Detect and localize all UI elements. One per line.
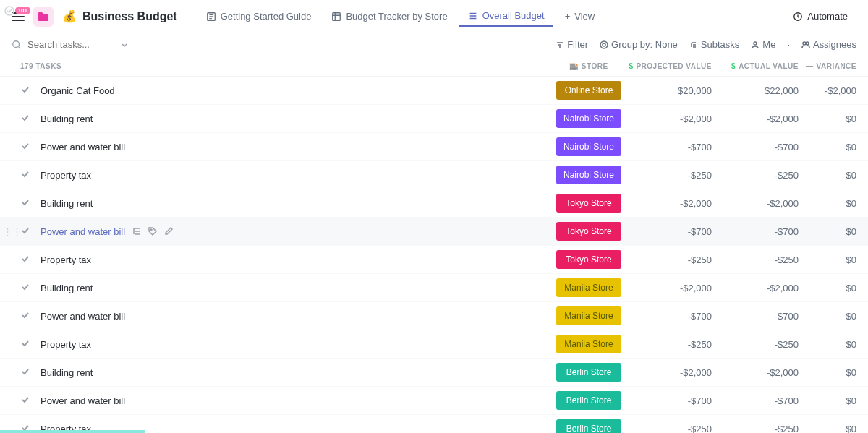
actual-value: -$700 xyxy=(712,395,799,406)
check-icon[interactable] xyxy=(20,282,35,294)
check-icon[interactable] xyxy=(20,141,35,153)
filter-button[interactable]: Filter xyxy=(556,39,588,50)
table-row[interactable]: Building rentBerlin Store-$2,000-$2,000$… xyxy=(0,359,868,387)
variance-value: $0 xyxy=(799,283,856,293)
subtasks-button[interactable]: Subtasks xyxy=(689,39,739,50)
check-icon[interactable] xyxy=(20,310,35,322)
table-row[interactable]: ⋮⋮Power and water billTokyo Store-$700-$… xyxy=(0,218,868,246)
projected-value: -$700 xyxy=(625,142,712,153)
table-row[interactable]: Building rentNairobi Store-$2,000-$2,000… xyxy=(0,105,868,133)
check-icon[interactable] xyxy=(20,395,35,407)
store-tag[interactable]: Nairobi Store xyxy=(556,137,621,156)
view-tabs: Getting Started Guide Budget Tracker by … xyxy=(197,6,603,27)
col-projected[interactable]: $PROJECTED VALUE xyxy=(625,62,712,70)
store-tag[interactable]: Manila Store xyxy=(556,306,621,325)
projected-value: -$700 xyxy=(625,395,712,406)
store-tag[interactable]: Berlin Store xyxy=(556,391,621,410)
table-row[interactable]: Power and water billNairobi Store-$700-$… xyxy=(0,133,868,161)
automate-button[interactable]: Automate xyxy=(784,7,856,26)
table-row[interactable]: Property taxManila Store-$250-$250$0 xyxy=(0,330,868,359)
variance-value: $0 xyxy=(799,367,856,378)
me-button[interactable]: Me xyxy=(751,39,775,50)
task-name[interactable]: Power and water bill xyxy=(35,226,553,237)
variance-value: $0 xyxy=(799,142,856,153)
task-name[interactable]: Property tax xyxy=(35,339,553,350)
check-icon[interactable] xyxy=(20,338,35,351)
store-tag[interactable]: Tokyo Store xyxy=(556,250,621,269)
task-name[interactable]: Organic Cat Food xyxy=(35,85,553,96)
table-row[interactable]: Power and water billManila Store-$700-$7… xyxy=(0,302,868,330)
task-name[interactable]: Power and water bill xyxy=(35,395,553,406)
task-name[interactable]: Power and water bill xyxy=(35,311,553,322)
chevron-down-icon[interactable] xyxy=(120,40,129,49)
task-name[interactable]: Building rent xyxy=(35,198,553,209)
variance-value: $0 xyxy=(799,395,856,406)
projected-value: $20,000 xyxy=(625,85,712,96)
col-variance[interactable]: —VARIANCE xyxy=(799,62,856,70)
tab-add-view[interactable]: + View xyxy=(556,7,604,26)
variance-value: $0 xyxy=(799,198,856,209)
group-icon xyxy=(600,40,608,49)
svg-point-6 xyxy=(754,42,757,45)
projected-value: -$700 xyxy=(625,226,712,237)
task-name[interactable]: Building rent xyxy=(35,283,553,293)
store-tag[interactable]: Tokyo Store xyxy=(556,194,621,213)
check-icon[interactable] xyxy=(20,254,35,266)
store-tag[interactable]: Berlin Store xyxy=(556,363,621,382)
col-store[interactable]: 🏬STORE xyxy=(553,62,625,70)
task-name[interactable]: Building rent xyxy=(35,113,553,124)
variance-value: $0 xyxy=(799,113,856,124)
actual-value: -$2,000 xyxy=(712,283,799,293)
svg-point-8 xyxy=(806,42,809,45)
actual-value: -$700 xyxy=(712,311,799,322)
filter-icon xyxy=(556,40,564,49)
table-row[interactable]: Property taxNairobi Store-$250-$250$0 xyxy=(0,161,868,189)
page-title: 💰 Business Budget xyxy=(62,9,177,23)
task-name[interactable]: Power and water bill xyxy=(35,142,553,153)
select-all-icon[interactable] xyxy=(4,6,14,16)
col-actual[interactable]: $ACTUAL VALUE xyxy=(712,62,799,70)
check-icon[interactable] xyxy=(20,366,35,379)
folder-icon[interactable] xyxy=(33,7,54,27)
edit-icon[interactable] xyxy=(163,226,174,237)
col-tasks[interactable]: 179 TASKS xyxy=(20,62,553,70)
task-name[interactable]: Property tax xyxy=(35,170,553,181)
check-icon[interactable] xyxy=(20,226,35,238)
store-tag[interactable]: Manila Store xyxy=(556,278,621,297)
table-row[interactable]: Property taxTokyo Store-$250-$250$0 xyxy=(0,246,868,274)
store-tag[interactable]: Nairobi Store xyxy=(556,166,621,184)
tab-getting-started[interactable]: Getting Started Guide xyxy=(197,7,320,26)
tab-budget-tracker[interactable]: Budget Tracker by Store xyxy=(323,7,456,26)
drag-handle-icon[interactable]: ⋮⋮ xyxy=(3,226,22,237)
projected-value: -$2,000 xyxy=(625,367,712,378)
subtask-icon[interactable] xyxy=(131,226,142,237)
projected-value: -$700 xyxy=(625,311,712,322)
check-icon[interactable] xyxy=(20,197,35,210)
store-tag[interactable]: Manila Store xyxy=(556,335,621,353)
tag-icon[interactable] xyxy=(147,226,158,237)
store-tag[interactable]: Nairobi Store xyxy=(556,109,621,128)
table-row[interactable]: Power and water billBerlin Store-$700-$7… xyxy=(0,387,868,415)
store-tag[interactable]: Berlin Store xyxy=(556,419,621,433)
check-icon[interactable] xyxy=(20,169,35,181)
task-name[interactable]: Building rent xyxy=(35,367,553,378)
app-header: 101 💰 Business Budget Getting Started Gu… xyxy=(0,0,868,33)
store-tag[interactable]: Online Store xyxy=(556,81,621,100)
groupby-button[interactable]: Group by: None xyxy=(600,39,678,50)
search-input[interactable] xyxy=(27,39,114,50)
tab-overall-budget[interactable]: Overall Budget xyxy=(459,6,553,27)
actual-value: -$250 xyxy=(712,424,799,434)
title-text: Business Budget xyxy=(82,10,177,23)
actual-value: -$700 xyxy=(712,226,799,237)
table-row[interactable]: Organic Cat FoodOnline Store$20,000$22,0… xyxy=(0,77,868,105)
check-icon[interactable] xyxy=(20,113,35,125)
check-icon[interactable] xyxy=(20,85,35,97)
table-row[interactable]: Building rentManila Store-$2,000-$2,000$… xyxy=(0,274,868,302)
projected-value: -$250 xyxy=(625,170,712,181)
task-name[interactable]: Property tax xyxy=(35,254,553,265)
assignees-button[interactable]: Assignees xyxy=(801,39,856,50)
table-row[interactable]: Building rentTokyo Store-$2,000-$2,000$0 xyxy=(0,189,868,218)
store-tag[interactable]: Tokyo Store xyxy=(556,222,621,241)
search-box[interactable] xyxy=(12,39,142,50)
progress-bar xyxy=(0,430,145,433)
